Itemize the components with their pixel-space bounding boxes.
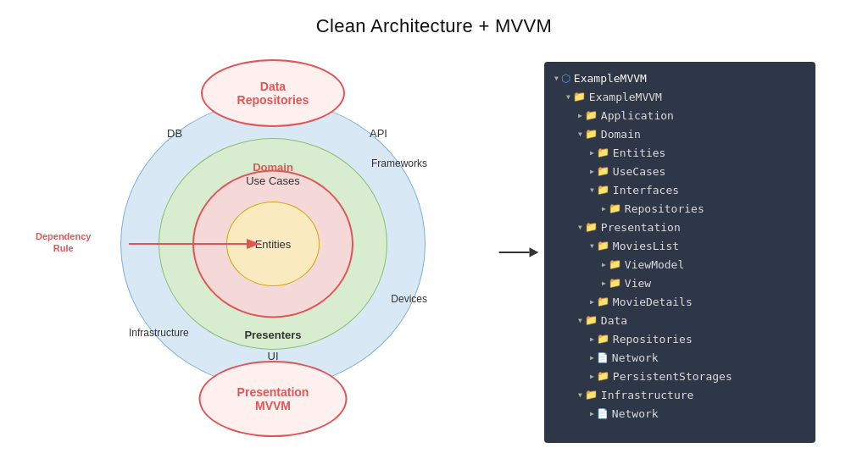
- folder-icon: 📁: [573, 91, 586, 102]
- triangle-icon: ▶: [590, 373, 594, 380]
- oval-presentation: Presentation MVVM: [199, 361, 348, 437]
- tree-item-label: Interfaces: [613, 184, 679, 196]
- folder-icon: 📁: [597, 370, 609, 382]
- triangle-icon: ▼: [590, 186, 594, 194]
- folder-icon: 📁: [597, 184, 609, 196]
- tree-item-label: View: [625, 277, 651, 290]
- tree-item: ▶📁Entities: [554, 143, 805, 162]
- oval-presentation-line1: Presentation: [237, 385, 309, 399]
- triangle-icon: ▶: [590, 298, 594, 306]
- tree-item-label: ExampleMVVM: [589, 91, 662, 103]
- tree-item-label: Application: [601, 109, 674, 122]
- triangle-icon: ▼: [590, 242, 594, 250]
- arrow-section: [493, 240, 544, 265]
- page-title: Clean Architecture + MVVM: [316, 15, 552, 37]
- tree-item: ▶📁Repositories: [554, 329, 805, 348]
- label-ui: UI: [268, 350, 279, 362]
- tree-item-label: Data: [601, 314, 627, 327]
- tree-item: ▼📁Infrastructure: [554, 385, 805, 404]
- tree-item-label: Domain: [601, 128, 641, 141]
- tree-item: ▶📁UseCases: [554, 162, 805, 180]
- oval-presentation-line2: MVVM: [255, 399, 291, 412]
- tree-item: ▶📄Network: [554, 404, 805, 423]
- tree-item: ▶📁Application: [554, 106, 805, 124]
- oval-data-line2: Repositories: [237, 93, 309, 107]
- dependency-rule: DependencyRule: [36, 230, 91, 258]
- folder-icon: 📁: [585, 221, 598, 233]
- tree-item-label: PersistentStorages: [613, 370, 732, 383]
- label-api: API: [370, 127, 387, 140]
- oval-data: Data Repositories: [201, 59, 345, 127]
- folder-icon: 📁: [609, 202, 621, 214]
- tree-item: ▼📁Data: [554, 311, 805, 329]
- right-arrow-icon: [498, 240, 540, 265]
- triangle-icon: ▼: [578, 224, 582, 231]
- tree-item-label: UseCases: [613, 165, 666, 178]
- folder-icon: 📁: [585, 389, 598, 401]
- circles-container: Data Repositories Presentation MVVM DB A…: [112, 83, 434, 405]
- label-infrastructure: Infrastructure: [129, 327, 189, 339]
- triangle-icon: ▶: [590, 354, 594, 362]
- oval-data-line1: Data: [260, 80, 286, 93]
- tree-item: ▼⬡ExampleMVVM: [554, 69, 805, 87]
- triangle-icon: ▼: [566, 93, 570, 101]
- label-db: DB: [167, 127, 182, 140]
- folder-icon: 📁: [597, 165, 609, 177]
- tree-item: ▼📁Domain: [554, 124, 805, 143]
- tree-item-label: Presentation: [601, 221, 681, 234]
- triangle-icon: ▶: [602, 261, 606, 268]
- folder-icon: 📁: [597, 240, 609, 252]
- folder-icon: 📁: [609, 277, 621, 289]
- tree-item-label: Network: [612, 407, 659, 420]
- file-tree: ▼⬡ExampleMVVM▼📁ExampleMVVM▶📁Application▼…: [544, 62, 815, 443]
- label-frameworks: Frameworks: [371, 158, 427, 169]
- tree-item: ▶📄Network: [554, 348, 805, 367]
- tree-item: ▼📁Presentation: [554, 218, 805, 236]
- label-presenters: Presenters: [244, 329, 301, 341]
- tree-item-label: MoviesList: [613, 240, 679, 252]
- architecture-diagram: Data Repositories Presentation MVVM DB A…: [53, 66, 493, 439]
- tree-item: ▼📁MoviesList: [554, 236, 805, 255]
- file-icon: 📄: [597, 352, 609, 363]
- label-usecases: Use Cases: [246, 174, 300, 187]
- folder-icon: 📁: [585, 128, 598, 140]
- tree-item-label: MovieDetails: [613, 296, 693, 308]
- file-icon: 📄: [597, 408, 609, 419]
- xcode-icon: ⬡: [561, 72, 570, 85]
- tree-item-label: ViewModel: [625, 258, 684, 271]
- tree-item: ▶📁MovieDetails: [554, 292, 805, 311]
- tree-item-label: Entities: [613, 147, 666, 159]
- triangle-icon: ▼: [554, 75, 559, 82]
- triangle-icon: ▶: [590, 149, 594, 157]
- label-entities: Entities: [255, 238, 292, 251]
- tree-item-label: ExampleMVVM: [574, 72, 647, 85]
- triangle-icon: ▼: [578, 317, 582, 324]
- triangle-icon: ▼: [578, 130, 582, 138]
- tree-item: ▼📁ExampleMVVM: [554, 87, 805, 106]
- tree-item: ▶📁PersistentStorages: [554, 367, 805, 385]
- tree-item-label: Repositories: [613, 333, 693, 346]
- folder-icon: 📁: [585, 314, 598, 326]
- tree-item: ▶📁View: [554, 274, 805, 292]
- triangle-icon: ▼: [578, 391, 582, 399]
- triangle-icon: ▶: [590, 168, 594, 175]
- triangle-icon: ▶: [590, 335, 594, 343]
- folder-icon: 📁: [597, 147, 609, 158]
- label-domain: Domain: [253, 161, 293, 174]
- tree-item: ▶📁Repositories: [554, 199, 805, 218]
- folder-icon: 📁: [585, 109, 598, 121]
- main-content: Data Repositories Presentation MVVM DB A…: [0, 46, 868, 459]
- svg-marker-4: [530, 247, 539, 257]
- folder-icon: 📁: [597, 333, 609, 345]
- triangle-icon: ▶: [590, 410, 594, 418]
- dep-rule-label: DependencyRule: [36, 230, 91, 255]
- folder-icon: 📁: [609, 258, 621, 270]
- triangle-icon: ▶: [602, 205, 606, 213]
- folder-icon: 📁: [597, 296, 609, 307]
- tree-item-label: Infrastructure: [601, 389, 694, 401]
- label-devices: Devices: [391, 293, 427, 305]
- tree-item: ▶📁ViewModel: [554, 255, 805, 274]
- triangle-icon: ▶: [578, 112, 582, 119]
- triangle-icon: ▶: [602, 279, 606, 287]
- tree-item: ▼📁Interfaces: [554, 180, 805, 199]
